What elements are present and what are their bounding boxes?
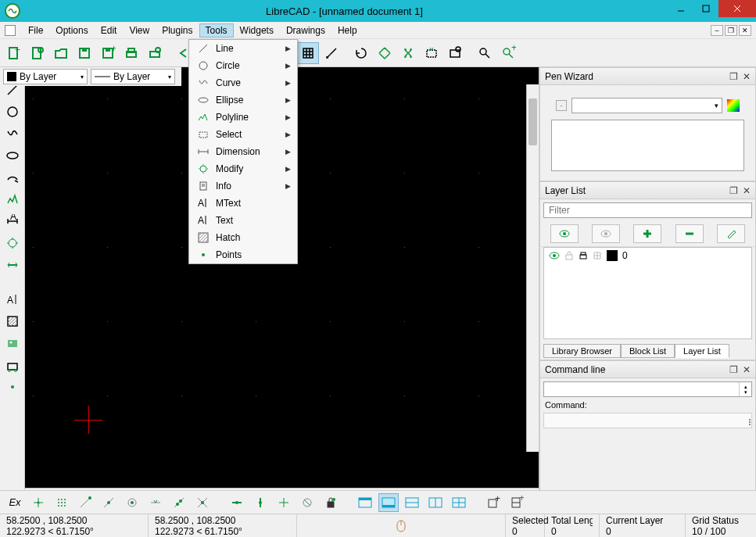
tools-menu-points[interactable]: Points bbox=[189, 246, 297, 263]
circle-tool-icon[interactable] bbox=[4, 103, 21, 120]
tools-menu-hatch[interactable]: Hatch bbox=[189, 229, 297, 246]
tools-menu-curve[interactable]: Curve▶ bbox=[189, 74, 297, 91]
menu-file[interactable]: File bbox=[22, 23, 49, 38]
snap-free-icon[interactable] bbox=[28, 493, 48, 512]
snap-endpoint-icon[interactable] bbox=[75, 493, 95, 512]
snap-center-icon[interactable] bbox=[122, 493, 142, 512]
image-tool-icon[interactable] bbox=[4, 335, 21, 352]
save-as-button[interactable]: + bbox=[97, 42, 119, 64]
panel-tab-layer-list[interactable]: Layer List bbox=[675, 344, 729, 358]
point-tool-icon[interactable] bbox=[4, 378, 21, 396]
lock-relative-zero-icon[interactable] bbox=[321, 493, 341, 512]
linetype-by-layer-combo[interactable]: By Layer▾ bbox=[91, 69, 175, 84]
window-grid-icon[interactable] bbox=[449, 493, 469, 512]
close-button[interactable] bbox=[718, 0, 756, 17]
tools-menu-info[interactable]: Info▶ bbox=[189, 177, 297, 195]
tools-menu-text[interactable]: AText bbox=[189, 212, 297, 229]
tools-menu-ellipse[interactable]: Ellipse▶ bbox=[189, 91, 297, 109]
tools-menu-circle[interactable]: Circle▶ bbox=[189, 57, 297, 74]
undock-icon[interactable]: ❐ bbox=[729, 364, 738, 375]
remove-layer-button[interactable] bbox=[675, 224, 704, 243]
zoom-auto-button[interactable] bbox=[421, 42, 442, 64]
close-panel-icon[interactable]: ✕ bbox=[743, 185, 751, 196]
window-h-icon[interactable] bbox=[402, 493, 422, 512]
close-panel-icon[interactable]: ✕ bbox=[743, 71, 751, 82]
add-tab-icon[interactable]: + bbox=[483, 493, 503, 512]
maximize-button[interactable] bbox=[693, 0, 718, 17]
menu-view[interactable]: View bbox=[123, 23, 156, 38]
print-button[interactable] bbox=[120, 42, 142, 64]
window-cascade-icon[interactable] bbox=[378, 493, 399, 512]
snap-grid-icon[interactable] bbox=[52, 493, 72, 512]
mdi-minimize-button[interactable]: – bbox=[711, 25, 723, 36]
menu-widgets[interactable]: Widgets bbox=[234, 23, 280, 38]
menu-options[interactable]: Options bbox=[49, 23, 94, 38]
close-panel-icon[interactable]: ✕ bbox=[743, 364, 751, 375]
menu-tools[interactable]: Tools bbox=[199, 23, 234, 38]
curve-tool-icon[interactable] bbox=[4, 125, 21, 142]
color-picker-icon[interactable] bbox=[727, 99, 740, 112]
mdi-restore-button[interactable]: ❐ bbox=[725, 25, 737, 36]
tools-menu-dimension[interactable]: Dimension▶ bbox=[189, 143, 297, 160]
restrict-vertical-icon[interactable] bbox=[250, 493, 271, 512]
open-button[interactable] bbox=[50, 42, 72, 64]
zoom-redraw-button[interactable] bbox=[350, 42, 372, 64]
command-input[interactable]: ▴▾ bbox=[543, 381, 752, 397]
zoom-pan-button[interactable] bbox=[474, 42, 496, 64]
ex-button[interactable]: Ex bbox=[5, 493, 25, 512]
layer-row[interactable]: 0 bbox=[544, 248, 751, 263]
undock-icon[interactable]: ❐ bbox=[729, 71, 738, 82]
ellipse-tool-icon[interactable] bbox=[4, 147, 21, 164]
print-preview-button[interactable] bbox=[144, 42, 166, 64]
snap-distance-icon[interactable] bbox=[169, 493, 189, 512]
layer-filter-input[interactable] bbox=[543, 202, 752, 218]
menu-drawings[interactable]: Drawings bbox=[280, 23, 331, 38]
add-layer-button[interactable] bbox=[633, 224, 661, 243]
new-button[interactable]: + bbox=[3, 42, 25, 64]
minimize-button[interactable] bbox=[668, 0, 693, 17]
menu-edit[interactable]: Edit bbox=[95, 23, 124, 38]
undock-icon[interactable]: ❐ bbox=[729, 185, 738, 196]
polyline-tool-icon[interactable] bbox=[4, 191, 21, 208]
new-template-button[interactable] bbox=[27, 42, 48, 64]
menu-plugins[interactable]: Plugins bbox=[156, 23, 199, 38]
pen-wizard-list[interactable] bbox=[551, 120, 744, 171]
tools-menu-polyline[interactable]: Polyline▶ bbox=[189, 109, 297, 126]
save-button[interactable] bbox=[73, 42, 95, 64]
zoom-window-button[interactable] bbox=[444, 42, 466, 64]
toggle-draft-button[interactable] bbox=[321, 42, 342, 64]
pen-color-combo[interactable]: ▾ bbox=[571, 98, 722, 113]
panel-tab-library-browser[interactable]: Library Browser bbox=[543, 344, 621, 358]
zoom-select-button[interactable]: + bbox=[497, 42, 519, 64]
modify-tool-icon[interactable] bbox=[4, 234, 21, 252]
block-tool-icon[interactable] bbox=[4, 356, 21, 374]
resize-handle-icon[interactable] bbox=[740, 415, 751, 426]
pen-add-button[interactable]: · bbox=[556, 100, 567, 111]
tools-menu-mtext[interactable]: AMText bbox=[189, 195, 297, 212]
menu-help[interactable]: Help bbox=[331, 23, 364, 38]
color-by-layer-combo[interactable]: By Layer▾ bbox=[3, 69, 88, 84]
restrict-ortho-icon[interactable] bbox=[274, 493, 294, 512]
toggle-grid-button[interactable] bbox=[297, 42, 319, 64]
hide-all-layers-button[interactable] bbox=[592, 224, 620, 243]
zoom-in-button[interactable] bbox=[374, 42, 396, 64]
layer-list[interactable]: 0 bbox=[543, 247, 752, 339]
snap-intersection-icon[interactable] bbox=[192, 493, 213, 512]
snap-middle-icon[interactable] bbox=[145, 493, 166, 512]
hatch-tool-icon[interactable] bbox=[4, 313, 21, 330]
show-all-layers-button[interactable] bbox=[550, 224, 579, 243]
edit-layer-button[interactable] bbox=[717, 224, 745, 243]
zoom-previous-button[interactable] bbox=[397, 42, 419, 64]
arc-tool-icon[interactable] bbox=[4, 169, 21, 186]
restrict-horizontal-icon[interactable] bbox=[227, 493, 247, 512]
window-v-icon[interactable] bbox=[425, 493, 446, 512]
add-view-icon[interactable]: + bbox=[507, 493, 527, 512]
tools-menu-line[interactable]: Line▶ bbox=[189, 40, 297, 57]
snap-on-entity-icon[interactable] bbox=[99, 493, 119, 512]
info-tool-icon[interactable] bbox=[4, 256, 21, 274]
mdi-close-button[interactable]: ✕ bbox=[739, 25, 751, 36]
window-tile-icon[interactable] bbox=[355, 493, 375, 512]
tools-menu-select[interactable]: Select▶ bbox=[189, 126, 297, 143]
mtext-tool-icon[interactable]: A bbox=[4, 291, 21, 308]
relative-zero-icon[interactable] bbox=[297, 493, 317, 512]
